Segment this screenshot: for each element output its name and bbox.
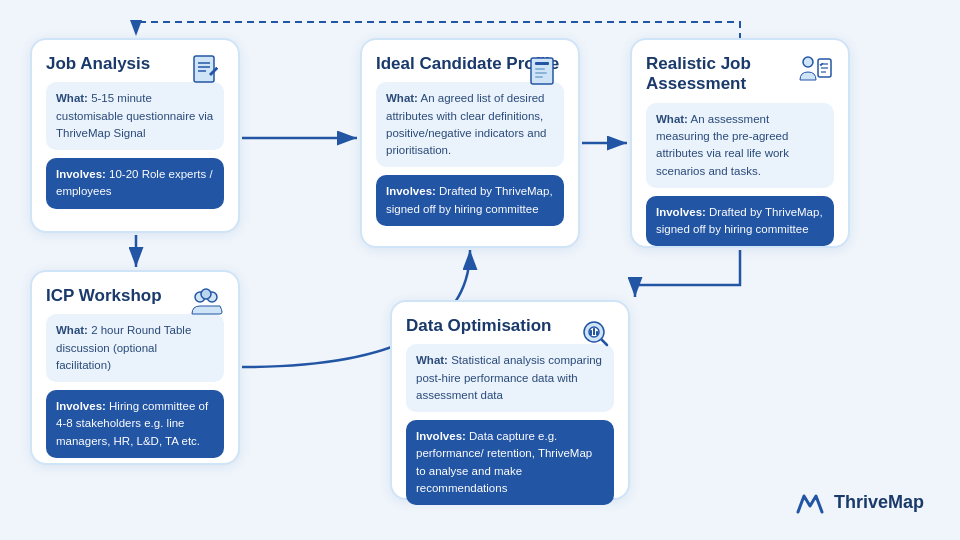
svg-rect-16 <box>535 72 547 74</box>
ideal-candidate-involves: Involves: Drafted by ThriveMap, signed o… <box>376 175 564 226</box>
data-optimisation-icon <box>578 314 614 350</box>
icp-workshop-icon <box>188 284 224 320</box>
thrivemap-logo: ThriveMap <box>794 486 924 518</box>
svg-point-12 <box>201 289 211 299</box>
ideal-candidate-what: What: An agreed list of desired attribut… <box>376 82 564 167</box>
icp-workshop-involves: Involves: Hiring committee of 4-8 stakeh… <box>46 390 224 458</box>
data-optimisation-what: What: Statistical analysis comparing pos… <box>406 344 614 412</box>
thrivemap-logo-icon <box>794 486 826 518</box>
realistic-job-involves: Involves: Drafted by ThriveMap, signed o… <box>646 196 834 247</box>
thrivemap-logo-text: ThriveMap <box>834 492 924 513</box>
svg-rect-17 <box>535 76 543 78</box>
svg-rect-27 <box>596 331 598 335</box>
realistic-job-what: What: An assessment measuring the pre-ag… <box>646 103 834 188</box>
svg-rect-15 <box>535 68 545 70</box>
icp-workshop-what: What: 2 hour Round Table discussion (opt… <box>46 314 224 382</box>
svg-rect-5 <box>194 56 214 82</box>
card-data-optimisation: Data Optimisation What: Statistical anal… <box>390 300 630 500</box>
card-job-analysis: Job Analysis What: 5-15 minute customisa… <box>30 38 240 233</box>
svg-rect-14 <box>535 62 549 65</box>
job-analysis-icon <box>188 52 224 88</box>
card-icp-workshop: ICP Workshop What: 2 hour Round Table di… <box>30 270 240 465</box>
svg-rect-25 <box>590 330 592 335</box>
svg-rect-13 <box>531 58 553 84</box>
svg-rect-26 <box>593 328 595 335</box>
card-ideal-candidate: Ideal Candidate Profile What: An agreed … <box>360 38 580 248</box>
svg-point-18 <box>803 57 813 67</box>
job-analysis-what: What: 5-15 minute customisable questionn… <box>46 82 224 150</box>
data-optimisation-involves: Involves: Data capture e.g. performance/… <box>406 420 614 505</box>
card-realistic-job: Realistic Job Assessment What: An assess… <box>630 38 850 248</box>
job-analysis-involves: Involves: 10-20 Role experts / employees <box>46 158 224 209</box>
realistic-job-icon <box>798 52 834 88</box>
svg-line-28 <box>602 340 607 345</box>
ideal-candidate-icon <box>528 52 564 88</box>
diagram-container: Job Analysis What: 5-15 minute customisa… <box>0 0 960 540</box>
